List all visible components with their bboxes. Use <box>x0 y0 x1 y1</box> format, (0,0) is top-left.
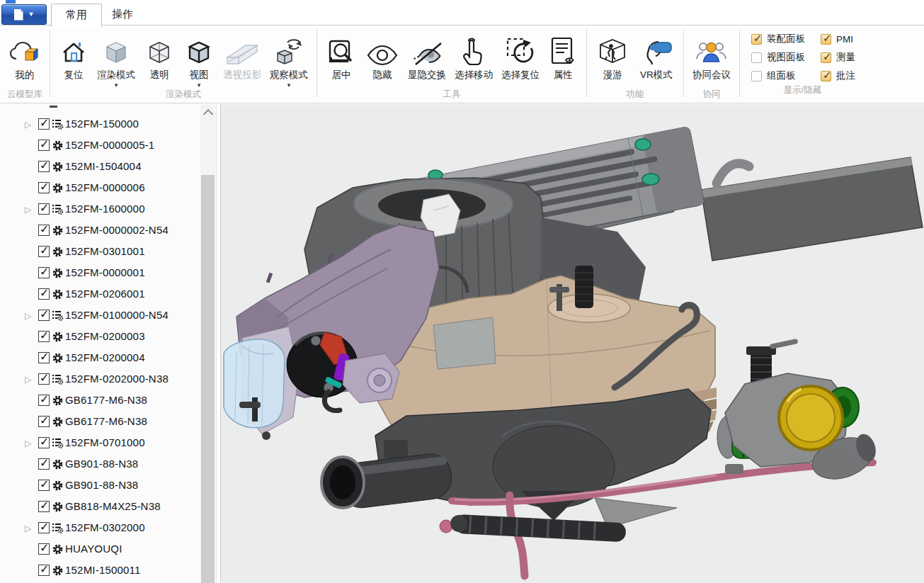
tree-checkbox-checked[interactable] <box>38 246 50 257</box>
tree-item-label[interactable]: GB6177-M6-N38 <box>65 394 147 406</box>
ribbon-button-cube-solid[interactable]: 视图▾ <box>179 28 219 89</box>
tree-item-label[interactable]: 152FM-0301001 <box>65 245 145 257</box>
tree-item[interactable]: HUAYOUQI <box>0 539 216 560</box>
tree-item-label[interactable]: 152FM-0000005-1 <box>65 139 154 151</box>
tree-checkbox-checked[interactable] <box>38 395 50 406</box>
ribbon-button-walk-box[interactable]: 漫游 <box>591 28 634 89</box>
chevron-down-icon[interactable]: ▾ <box>198 82 201 89</box>
tree-item-label[interactable]: 152FM-0000001 <box>65 266 145 278</box>
tree-item[interactable]: GB901-88-N38 <box>0 454 216 475</box>
ribbon-button-cube-wireframe[interactable]: 透明 <box>139 28 179 89</box>
tree-checkbox-checked[interactable] <box>38 161 50 172</box>
checkbox-unchecked-icon[interactable] <box>751 71 762 81</box>
3d-viewport[interactable] <box>221 104 924 583</box>
tree-item-label[interactable]: GB901-88-N38 <box>65 458 138 470</box>
ribbon-button-home[interactable]: 复位 <box>55 28 93 89</box>
ribbon-button-cloud-cube[interactable]: 我的 <box>4 28 45 89</box>
chevron-down-icon[interactable]: ▾ <box>287 82 291 89</box>
tree-item-label[interactable]: HUAYOUQI <box>65 543 122 555</box>
tree-item-label[interactable]: 152FM-1600000 <box>65 203 145 215</box>
toggle-2[interactable]: 组面板 <box>751 69 805 82</box>
tree-item[interactable]: 152FM-0301001 <box>0 242 216 263</box>
expander-icon[interactable]: ▷ <box>25 523 31 534</box>
ribbon-button-eye-swap[interactable]: 显隐交换 <box>404 28 450 89</box>
tree-checkbox-checked[interactable] <box>38 373 50 385</box>
tree-checkbox-checked[interactable] <box>38 182 50 193</box>
checkbox-checked-icon[interactable] <box>821 34 831 45</box>
tree-item-label[interactable]: 152FM-0000002-N54 <box>65 224 169 236</box>
tree-item[interactable]: 152MI-1500011 <box>0 560 216 582</box>
tree-checkbox-checked[interactable] <box>38 352 50 363</box>
tree-checkbox-checked[interactable] <box>38 267 50 278</box>
tree-item-label[interactable]: 152FM-0701000 <box>65 436 145 448</box>
tree-item[interactable]: 152MI-1504004 <box>0 157 216 178</box>
tree-checkbox-checked[interactable] <box>38 288 50 300</box>
tree-item[interactable]: ▷152FM-0701000 <box>0 433 216 454</box>
tree-item[interactable]: 152FM-0200003 <box>0 327 216 348</box>
tab-operation[interactable]: 操作 <box>98 4 147 25</box>
ribbon-button-cube-render[interactable]: 渲染模式▾ <box>93 28 139 89</box>
tree-checkbox-checked[interactable] <box>38 331 50 342</box>
toggle-3[interactable]: PMI <box>821 34 855 45</box>
expander-icon[interactable]: ▷ <box>25 310 31 322</box>
tree-item-label[interactable]: 152FM-150000 <box>65 118 139 130</box>
tree-checkbox-checked[interactable] <box>38 310 50 321</box>
tree-checkbox-checked[interactable] <box>38 118 50 130</box>
tree-item[interactable]: ▷152FM-1600000 <box>0 199 216 220</box>
ribbon-button-selection-reset[interactable]: 选择复位 <box>497 28 544 89</box>
tree-item-label[interactable]: 152MI-1504004 <box>65 160 142 172</box>
tree-checkbox-checked[interactable] <box>38 480 50 491</box>
ribbon-button-meeting-people[interactable]: 协同会议 <box>688 28 735 89</box>
tree-checkbox-checked[interactable] <box>38 543 50 555</box>
tree-item[interactable]: ▷152FM-0202000-N38 <box>0 369 216 390</box>
ribbon-button-vr-headset[interactable]: VR模式 <box>634 28 679 89</box>
tree-scrollbar[interactable] <box>200 104 215 583</box>
toggle-1[interactable]: 视图面板 <box>751 51 805 64</box>
tree-item[interactable]: 152FM-0000002-N54 <box>0 220 216 242</box>
ribbon-button-hand-select[interactable]: 选择移动 <box>450 28 497 89</box>
tree-checkbox-checked[interactable] <box>38 458 50 470</box>
checkbox-unchecked-icon[interactable] <box>751 52 762 63</box>
tree-checkbox-checked[interactable] <box>38 225 50 236</box>
toggle-5[interactable]: 批注 <box>821 69 855 82</box>
ribbon-button-eye[interactable]: 隐藏 <box>361 28 404 89</box>
tree-item[interactable]: 152FM-0000005-1 <box>0 135 216 157</box>
tree-item-label[interactable]: 152FM-0202000-N38 <box>65 373 169 385</box>
tree-checkbox-checked[interactable] <box>38 140 50 151</box>
tree-checkbox-checked[interactable] <box>38 522 50 533</box>
toggle-4[interactable]: 测量 <box>821 51 855 64</box>
tree-item[interactable]: GB6177-M6-N38 <box>0 390 216 412</box>
checkbox-checked-icon[interactable] <box>821 52 831 63</box>
ribbon-button-properties[interactable]: 属性 <box>544 28 582 89</box>
toggle-0[interactable]: 装配面板 <box>751 33 805 45</box>
tree-item-label[interactable]: 152MI-1500011 <box>65 564 141 576</box>
tree-item-label[interactable]: GB818-M4X25-N38 <box>65 500 161 512</box>
tree-item[interactable]: ▷152FM-0100000-N54 <box>0 305 216 327</box>
ribbon-button-zoom-center[interactable]: 居中 <box>321 28 361 89</box>
tree-item-label[interactable]: 152FM-0100000-N54 <box>65 309 169 321</box>
expander-icon[interactable]: ▷ <box>25 374 31 385</box>
tree-checkbox-checked[interactable] <box>38 437 50 448</box>
tree-item-label[interactable]: 152FM-0206001 <box>65 288 145 300</box>
checkbox-checked-icon[interactable] <box>751 34 762 45</box>
tree-item[interactable]: GB901-88-N38 <box>0 475 216 497</box>
tree-checkbox-checked[interactable] <box>38 416 50 427</box>
tree-item-label[interactable]: 152FM-0000006 <box>65 181 145 193</box>
app-menu-button[interactable]: ▼ <box>1 4 47 25</box>
checkbox-checked-icon[interactable] <box>821 71 831 81</box>
tree-item[interactable]: GB6177-M6-N38 <box>0 412 216 433</box>
tree-item-label[interactable]: 152FM-0200003 <box>65 330 145 342</box>
tree-item-label[interactable]: GB6177-M6-N38 <box>65 415 147 427</box>
ribbon-button-cube-orbit[interactable]: 观察模式▾ <box>266 28 312 89</box>
tree-item-label[interactable]: 152FM-0302000 <box>65 521 145 533</box>
tree-item[interactable]: ▷152FM-150000 <box>0 114 216 135</box>
scrollbar-thumb[interactable] <box>201 175 215 583</box>
chevron-down-icon[interactable]: ▾ <box>115 82 118 89</box>
tree-item[interactable]: ▷152FM-0302000 <box>0 518 216 539</box>
expander-icon[interactable]: ▷ <box>25 438 31 449</box>
expander-icon[interactable]: ▷ <box>25 204 31 215</box>
tree-checkbox-checked[interactable] <box>38 565 50 576</box>
tree-item-label[interactable]: 152FM-0200004 <box>65 351 145 363</box>
expander-icon[interactable]: ▷ <box>25 119 31 130</box>
tree-item[interactable]: 152FM-0200004 <box>0 348 216 369</box>
